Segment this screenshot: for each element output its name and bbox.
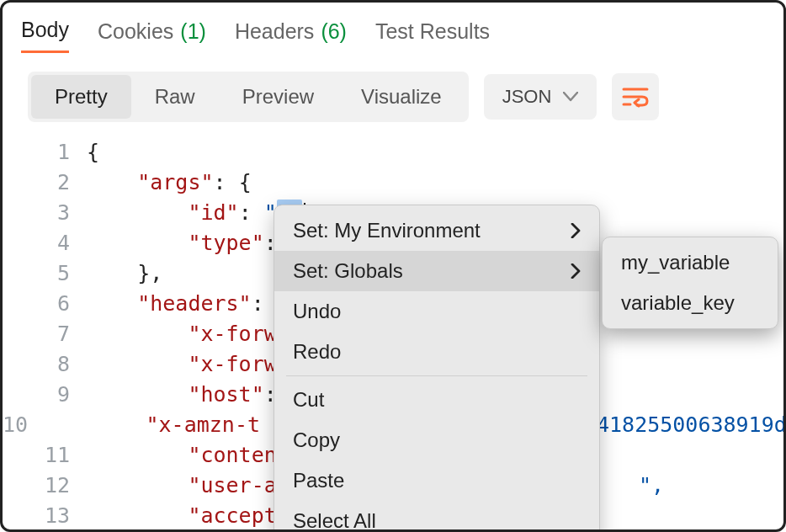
separator: [286, 375, 587, 376]
ctx-redo[interactable]: Redo: [274, 332, 599, 372]
ctx-select-all[interactable]: Select All: [274, 501, 599, 532]
ctx-copy-label: Copy: [293, 428, 340, 452]
ctx-paste-label: Paste: [293, 469, 344, 492]
line-number: 6: [3, 289, 87, 319]
ctx-cut[interactable]: Cut: [274, 380, 599, 420]
line-number: 3: [3, 198, 87, 228]
submenu-item-my-variable[interactable]: my_variable: [603, 242, 778, 283]
line-number: 1: [3, 137, 87, 168]
view-row: Pretty Raw Preview Visualize JSON: [3, 53, 783, 129]
tab-headers-label: Headers: [235, 19, 315, 44]
tab-headers[interactable]: Headers (6): [235, 19, 347, 52]
line-number: 9: [3, 380, 87, 410]
ctx-paste[interactable]: Paste: [274, 460, 599, 501]
ctx-set-globals-label: Set: Globals: [293, 259, 403, 283]
line-number: 13: [3, 501, 87, 531]
ctx-set-globals[interactable]: Set: Globals: [274, 251, 599, 291]
view-raw[interactable]: Raw: [131, 75, 219, 119]
ctx-set-environment-label: Set: My Environment: [293, 219, 481, 242]
context-submenu: my_variable variable_key: [602, 237, 778, 329]
line-number: 11: [3, 440, 87, 471]
ctx-set-environment[interactable]: Set: My Environment: [274, 210, 599, 251]
tab-cookies-count: (1): [180, 19, 206, 44]
line-number: 2: [3, 168, 87, 198]
format-select[interactable]: JSON: [484, 74, 597, 120]
view-visualize[interactable]: Visualize: [337, 75, 465, 119]
line-number: 12: [3, 471, 87, 501]
wrap-icon: [622, 86, 649, 108]
tab-cookies[interactable]: Cookies (1): [98, 19, 206, 52]
ctx-undo-label: Undo: [293, 300, 341, 323]
tab-test-results[interactable]: Test Results: [375, 19, 490, 52]
tab-body[interactable]: Body: [21, 18, 69, 53]
tab-headers-count: (6): [321, 19, 347, 44]
view-preview[interactable]: Preview: [219, 75, 337, 119]
view-mode-group: Pretty Raw Preview Visualize: [28, 72, 469, 122]
line-number: 8: [3, 349, 87, 380]
line-number: 5: [3, 258, 87, 289]
ctx-cut-label: Cut: [293, 388, 324, 412]
chevron-right-icon: [571, 223, 581, 238]
line-number: 4: [3, 228, 87, 258]
tab-test-results-label: Test Results: [375, 19, 490, 44]
submenu-item-variable-key[interactable]: variable_key: [603, 283, 778, 323]
chevron-down-icon: [563, 92, 578, 102]
ctx-select-all-label: Select All: [293, 509, 376, 532]
ctx-redo-label: Redo: [293, 340, 341, 364]
tab-body-label: Body: [21, 18, 69, 42]
chevron-right-icon: [571, 263, 581, 279]
context-menu: Set: My Environment Set: Globals Undo Re…: [274, 205, 600, 532]
view-pretty[interactable]: Pretty: [31, 75, 131, 119]
tab-cookies-label: Cookies: [98, 19, 173, 44]
response-tabs: Body Cookies (1) Headers (6) Test Result…: [3, 3, 783, 53]
app-frame: Body Cookies (1) Headers (6) Test Result…: [0, 0, 786, 532]
ctx-undo[interactable]: Undo: [274, 291, 599, 332]
format-label: JSON: [502, 86, 552, 108]
line-number: 7: [3, 319, 87, 349]
line-number: 10: [3, 410, 45, 440]
wrap-lines-button[interactable]: [612, 73, 659, 120]
ctx-copy[interactable]: Copy: [274, 420, 599, 460]
